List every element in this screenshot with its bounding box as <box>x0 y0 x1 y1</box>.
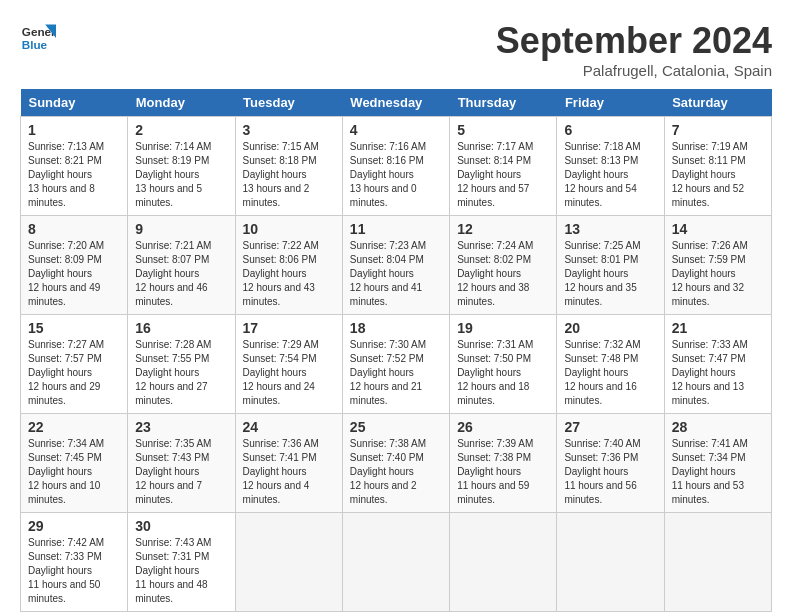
day-number: 4 <box>350 122 442 138</box>
weekday-header-sunday: Sunday <box>21 89 128 117</box>
calendar-cell: 13 Sunrise: 7:25 AM Sunset: 8:01 PM Dayl… <box>557 216 664 315</box>
title-block: September 2024 Palafrugell, Catalonia, S… <box>496 20 772 79</box>
calendar-cell: 1 Sunrise: 7:13 AM Sunset: 8:21 PM Dayli… <box>21 117 128 216</box>
day-info: Sunrise: 7:29 AM Sunset: 7:54 PM Dayligh… <box>243 338 335 408</box>
weekday-header-tuesday: Tuesday <box>235 89 342 117</box>
day-number: 13 <box>564 221 656 237</box>
day-info: Sunrise: 7:36 AM Sunset: 7:41 PM Dayligh… <box>243 437 335 507</box>
day-number: 19 <box>457 320 549 336</box>
calendar-week-3: 15 Sunrise: 7:27 AM Sunset: 7:57 PM Dayl… <box>21 315 772 414</box>
calendar-cell: 7 Sunrise: 7:19 AM Sunset: 8:11 PM Dayli… <box>664 117 771 216</box>
day-number: 15 <box>28 320 120 336</box>
day-info: Sunrise: 7:42 AM Sunset: 7:33 PM Dayligh… <box>28 536 120 606</box>
day-number: 9 <box>135 221 227 237</box>
day-info: Sunrise: 7:43 AM Sunset: 7:31 PM Dayligh… <box>135 536 227 606</box>
weekday-header-monday: Monday <box>128 89 235 117</box>
calendar-cell <box>557 513 664 612</box>
calendar-week-5: 29 Sunrise: 7:42 AM Sunset: 7:33 PM Dayl… <box>21 513 772 612</box>
calendar-cell: 20 Sunrise: 7:32 AM Sunset: 7:48 PM Dayl… <box>557 315 664 414</box>
day-info: Sunrise: 7:24 AM Sunset: 8:02 PM Dayligh… <box>457 239 549 309</box>
calendar-cell: 23 Sunrise: 7:35 AM Sunset: 7:43 PM Dayl… <box>128 414 235 513</box>
calendar-cell: 17 Sunrise: 7:29 AM Sunset: 7:54 PM Dayl… <box>235 315 342 414</box>
day-info: Sunrise: 7:33 AM Sunset: 7:47 PM Dayligh… <box>672 338 764 408</box>
day-number: 22 <box>28 419 120 435</box>
day-info: Sunrise: 7:35 AM Sunset: 7:43 PM Dayligh… <box>135 437 227 507</box>
calendar-cell: 25 Sunrise: 7:38 AM Sunset: 7:40 PM Dayl… <box>342 414 449 513</box>
calendar-week-1: 1 Sunrise: 7:13 AM Sunset: 8:21 PM Dayli… <box>21 117 772 216</box>
day-info: Sunrise: 7:41 AM Sunset: 7:34 PM Dayligh… <box>672 437 764 507</box>
day-number: 11 <box>350 221 442 237</box>
day-info: Sunrise: 7:38 AM Sunset: 7:40 PM Dayligh… <box>350 437 442 507</box>
logo: General Blue <box>20 20 56 56</box>
calendar-cell: 9 Sunrise: 7:21 AM Sunset: 8:07 PM Dayli… <box>128 216 235 315</box>
calendar-cell <box>450 513 557 612</box>
day-info: Sunrise: 7:28 AM Sunset: 7:55 PM Dayligh… <box>135 338 227 408</box>
day-number: 29 <box>28 518 120 534</box>
calendar-cell: 3 Sunrise: 7:15 AM Sunset: 8:18 PM Dayli… <box>235 117 342 216</box>
weekday-header-wednesday: Wednesday <box>342 89 449 117</box>
calendar-cell: 26 Sunrise: 7:39 AM Sunset: 7:38 PM Dayl… <box>450 414 557 513</box>
day-number: 28 <box>672 419 764 435</box>
day-info: Sunrise: 7:27 AM Sunset: 7:57 PM Dayligh… <box>28 338 120 408</box>
calendar-cell: 22 Sunrise: 7:34 AM Sunset: 7:45 PM Dayl… <box>21 414 128 513</box>
day-info: Sunrise: 7:31 AM Sunset: 7:50 PM Dayligh… <box>457 338 549 408</box>
day-info: Sunrise: 7:34 AM Sunset: 7:45 PM Dayligh… <box>28 437 120 507</box>
day-info: Sunrise: 7:21 AM Sunset: 8:07 PM Dayligh… <box>135 239 227 309</box>
calendar-cell <box>664 513 771 612</box>
calendar-cell: 15 Sunrise: 7:27 AM Sunset: 7:57 PM Dayl… <box>21 315 128 414</box>
month-title: September 2024 <box>496 20 772 62</box>
day-number: 12 <box>457 221 549 237</box>
calendar-cell: 18 Sunrise: 7:30 AM Sunset: 7:52 PM Dayl… <box>342 315 449 414</box>
day-number: 23 <box>135 419 227 435</box>
day-info: Sunrise: 7:19 AM Sunset: 8:11 PM Dayligh… <box>672 140 764 210</box>
day-number: 18 <box>350 320 442 336</box>
day-info: Sunrise: 7:32 AM Sunset: 7:48 PM Dayligh… <box>564 338 656 408</box>
day-number: 27 <box>564 419 656 435</box>
day-number: 21 <box>672 320 764 336</box>
day-info: Sunrise: 7:20 AM Sunset: 8:09 PM Dayligh… <box>28 239 120 309</box>
calendar-cell: 14 Sunrise: 7:26 AM Sunset: 7:59 PM Dayl… <box>664 216 771 315</box>
day-number: 25 <box>350 419 442 435</box>
location: Palafrugell, Catalonia, Spain <box>496 62 772 79</box>
calendar-cell <box>235 513 342 612</box>
weekday-header-row: SundayMondayTuesdayWednesdayThursdayFrid… <box>21 89 772 117</box>
calendar-cell: 16 Sunrise: 7:28 AM Sunset: 7:55 PM Dayl… <box>128 315 235 414</box>
day-number: 5 <box>457 122 549 138</box>
day-number: 8 <box>28 221 120 237</box>
day-info: Sunrise: 7:16 AM Sunset: 8:16 PM Dayligh… <box>350 140 442 210</box>
weekday-header-thursday: Thursday <box>450 89 557 117</box>
calendar-cell: 2 Sunrise: 7:14 AM Sunset: 8:19 PM Dayli… <box>128 117 235 216</box>
calendar-cell: 5 Sunrise: 7:17 AM Sunset: 8:14 PM Dayli… <box>450 117 557 216</box>
day-info: Sunrise: 7:13 AM Sunset: 8:21 PM Dayligh… <box>28 140 120 210</box>
day-info: Sunrise: 7:22 AM Sunset: 8:06 PM Dayligh… <box>243 239 335 309</box>
day-number: 1 <box>28 122 120 138</box>
day-number: 24 <box>243 419 335 435</box>
day-number: 26 <box>457 419 549 435</box>
day-number: 10 <box>243 221 335 237</box>
weekday-header-saturday: Saturday <box>664 89 771 117</box>
logo-icon: General Blue <box>20 20 56 56</box>
day-number: 6 <box>564 122 656 138</box>
day-number: 3 <box>243 122 335 138</box>
calendar-cell: 8 Sunrise: 7:20 AM Sunset: 8:09 PM Dayli… <box>21 216 128 315</box>
day-number: 16 <box>135 320 227 336</box>
calendar-cell <box>342 513 449 612</box>
calendar-cell: 10 Sunrise: 7:22 AM Sunset: 8:06 PM Dayl… <box>235 216 342 315</box>
calendar-cell: 24 Sunrise: 7:36 AM Sunset: 7:41 PM Dayl… <box>235 414 342 513</box>
calendar-cell: 29 Sunrise: 7:42 AM Sunset: 7:33 PM Dayl… <box>21 513 128 612</box>
svg-text:Blue: Blue <box>22 38 48 51</box>
day-info: Sunrise: 7:25 AM Sunset: 8:01 PM Dayligh… <box>564 239 656 309</box>
day-info: Sunrise: 7:15 AM Sunset: 8:18 PM Dayligh… <box>243 140 335 210</box>
calendar-cell: 12 Sunrise: 7:24 AM Sunset: 8:02 PM Dayl… <box>450 216 557 315</box>
calendar-cell: 6 Sunrise: 7:18 AM Sunset: 8:13 PM Dayli… <box>557 117 664 216</box>
day-info: Sunrise: 7:30 AM Sunset: 7:52 PM Dayligh… <box>350 338 442 408</box>
day-number: 2 <box>135 122 227 138</box>
day-info: Sunrise: 7:26 AM Sunset: 7:59 PM Dayligh… <box>672 239 764 309</box>
weekday-header-friday: Friday <box>557 89 664 117</box>
calendar-cell: 4 Sunrise: 7:16 AM Sunset: 8:16 PM Dayli… <box>342 117 449 216</box>
calendar-cell: 30 Sunrise: 7:43 AM Sunset: 7:31 PM Dayl… <box>128 513 235 612</box>
calendar-cell: 27 Sunrise: 7:40 AM Sunset: 7:36 PM Dayl… <box>557 414 664 513</box>
day-number: 20 <box>564 320 656 336</box>
day-info: Sunrise: 7:39 AM Sunset: 7:38 PM Dayligh… <box>457 437 549 507</box>
calendar-cell: 19 Sunrise: 7:31 AM Sunset: 7:50 PM Dayl… <box>450 315 557 414</box>
